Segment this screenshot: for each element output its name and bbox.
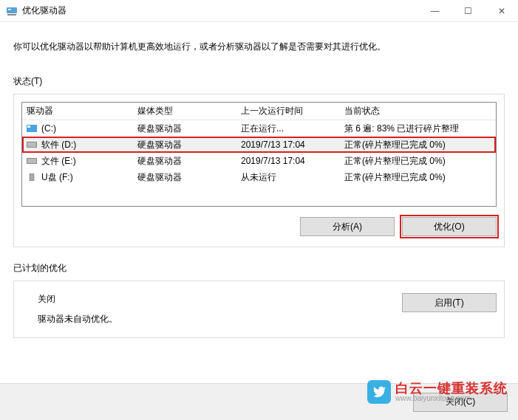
svg-rect-6 [27,142,36,147]
drive-media: 硬盘驱动器 [133,155,236,168]
svg-rect-9 [30,173,34,181]
status-label: 状态(T) [13,75,505,88]
table-row[interactable]: 文件 (E:) 硬盘驱动器 2019/7/13 17:04 正常(碎片整理已完成… [22,153,496,169]
drive-media: 硬盘驱动器 [133,171,236,184]
description-text: 你可以优化驱动器以帮助计算机更高效地运行，或者分析驱动器以了解是否需要对其进行优… [13,40,505,53]
app-icon [6,5,18,17]
hdd-icon [27,141,37,148]
schedule-state: 关闭 [38,293,402,306]
list-header: 驱动器 媒体类型 上一次运行时间 当前状态 [22,103,496,120]
drive-name: 软件 (D:) [41,139,76,151]
drive-media: 硬盘驱动器 [133,139,236,151]
minimize-button[interactable]: — [418,0,451,22]
hdd-icon [27,157,37,165]
usb-icon [27,173,37,181]
svg-rect-0 [7,7,17,13]
col-status[interactable]: 当前状态 [340,105,496,117]
table-row[interactable]: (C:) 硬盘驱动器 正在运行... 第 6 遍: 83% 已进行碎片整理 [22,120,496,137]
drive-name: (C:) [41,123,56,134]
enable-button[interactable]: 启用(T) [402,293,497,312]
drive-list[interactable]: 驱动器 媒体类型 上一次运行时间 当前状态 (C:) 硬盘驱动器 正在运行...… [21,102,497,207]
drive-last: 2019/7/13 17:04 [236,156,340,166]
footer: 关闭(C) [0,383,518,420]
schedule-group: 关闭 驱动器未自动优化。 启用(T) [13,280,505,338]
col-media[interactable]: 媒体类型 [133,105,236,117]
close-button[interactable]: ✕ [485,0,518,22]
drive-name: 文件 (E:) [41,155,76,168]
svg-rect-8 [27,159,36,163]
col-last[interactable]: 上一次运行时间 [236,105,340,117]
drive-status: 正常(碎片整理已完成 0%) [340,139,496,151]
drive-last: 从未运行 [236,171,340,184]
os-drive-icon [27,125,37,132]
drive-name: U盘 (F:) [41,171,73,184]
drive-last: 正在运行... [236,123,340,135]
maximize-button[interactable]: ☐ [451,0,485,22]
schedule-note: 驱动器未自动优化。 [38,313,402,326]
drive-status: 正常(碎片整理已完成 0%) [340,171,496,184]
svg-rect-2 [7,14,16,16]
status-group: 驱动器 媒体类型 上一次运行时间 当前状态 (C:) 硬盘驱动器 正在运行...… [13,94,505,247]
analyze-button[interactable]: 分析(A) [300,217,395,236]
col-drive[interactable]: 驱动器 [22,105,133,117]
titlebar: 优化驱动器 — ☐ ✕ [0,0,518,22]
schedule-label: 已计划的优化 [13,262,505,275]
optimize-button[interactable]: 优化(O) [402,217,497,236]
svg-rect-4 [27,125,30,128]
table-row[interactable]: U盘 (F:) 硬盘驱动器 从未运行 正常(碎片整理已完成 0%) [22,169,496,185]
close-dialog-button[interactable]: 关闭(C) [413,393,508,412]
svg-rect-1 [8,9,11,10]
drive-media: 硬盘驱动器 [133,123,236,135]
window-title: 优化驱动器 [22,4,67,17]
drive-status: 正常(碎片整理已完成 0%) [340,155,496,168]
table-row[interactable]: 软件 (D:) 硬盘驱动器 2019/7/13 17:04 正常(碎片整理已完成… [22,137,496,153]
drive-status: 第 6 遍: 83% 已进行碎片整理 [340,123,496,135]
drive-last: 2019/7/13 17:04 [236,140,340,150]
